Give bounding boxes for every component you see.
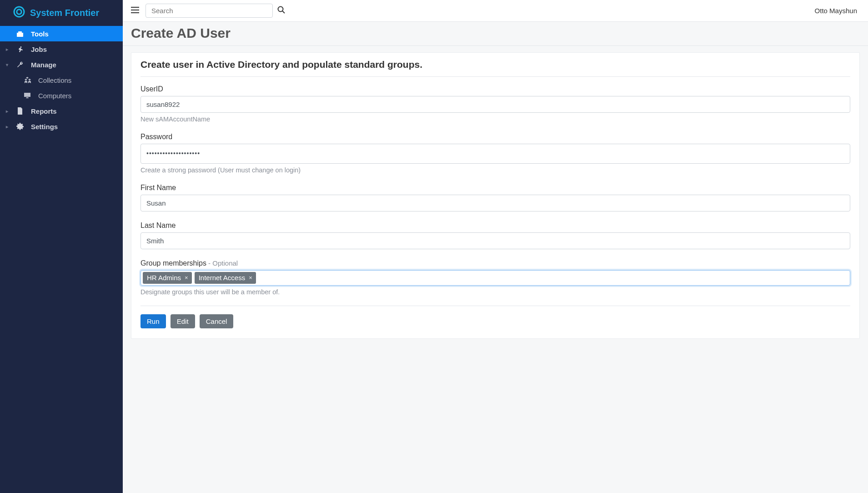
sidebar-item-jobs[interactable]: ▸ Jobs (0, 41, 123, 57)
chevron-right-icon: ▸ (5, 109, 9, 114)
page-title: Create AD User (131, 25, 860, 41)
group-tag: HR Admins × (143, 272, 192, 284)
cubes-icon (23, 77, 32, 83)
sidebar-item-manage[interactable]: ▾ Manage (0, 57, 123, 72)
userid-input[interactable] (140, 96, 850, 113)
sidebar: System Frontier ▶ Tools ▸ Jobs ▾ Manage (0, 0, 123, 493)
groups-label-text: Group memberships (140, 259, 206, 267)
divider (140, 306, 850, 306)
run-button[interactable]: Run (140, 314, 166, 328)
edit-button[interactable]: Edit (171, 314, 195, 328)
group-tag-label: Internet Access (199, 274, 246, 282)
sidebar-item-label: Tools (31, 30, 49, 38)
sidebar-item-reports[interactable]: ▸ Reports (0, 103, 123, 119)
first-name-input[interactable] (140, 195, 850, 211)
file-icon (15, 107, 25, 115)
groups-input[interactable]: HR Admins × Internet Access × (140, 270, 850, 286)
groups-help: Designate groups this user will be a mem… (140, 288, 850, 296)
sidebar-item-label: Computers (38, 92, 71, 100)
sidebar-item-label: Manage (31, 61, 56, 69)
page-subtitle: Create user in Active Directory and popu… (140, 59, 850, 75)
divider (140, 76, 850, 77)
desktop-icon (23, 92, 32, 99)
password-help: Create a strong password (User must chan… (140, 166, 850, 174)
topbar: Otto Mayshun (123, 0, 868, 22)
groups-optional-suffix: - Optional (206, 259, 238, 267)
sidebar-item-tools[interactable]: ▶ Tools (0, 26, 123, 41)
brand-name: System Frontier (30, 8, 99, 18)
field-first-name: First Name (140, 184, 850, 211)
field-last-name: Last Name (140, 221, 850, 249)
brand-logo-icon (13, 5, 25, 20)
userid-label: UserID (140, 85, 850, 93)
cancel-button[interactable]: Cancel (200, 314, 234, 328)
svg-point-0 (14, 7, 24, 17)
brand[interactable]: System Frontier (0, 0, 123, 26)
remove-tag-icon[interactable]: × (185, 274, 188, 281)
first-name-label: First Name (140, 184, 850, 192)
current-user-name[interactable]: Otto Mayshun (815, 7, 860, 15)
toolbox-icon (15, 30, 25, 37)
wrench-icon (15, 61, 25, 68)
group-tag: Internet Access × (195, 272, 256, 284)
field-group-memberships: Group memberships - Optional HR Admins ×… (140, 259, 850, 296)
form-actions: Run Edit Cancel (140, 314, 850, 328)
search-input[interactable] (146, 4, 273, 18)
group-tag-label: HR Admins (147, 274, 181, 282)
field-userid: UserID New sAMAccountName (140, 85, 850, 123)
last-name-input[interactable] (140, 232, 850, 249)
search-wrap (146, 4, 285, 18)
userid-help: New sAMAccountName (140, 116, 850, 123)
remove-tag-icon[interactable]: × (249, 274, 252, 281)
menu-toggle-icon[interactable] (131, 6, 139, 15)
svg-point-1 (17, 10, 21, 14)
search-button[interactable] (277, 6, 285, 16)
sidebar-item-label: Reports (31, 107, 57, 115)
svg-point-2 (278, 6, 283, 11)
running-icon (15, 45, 25, 53)
chevron-right-icon: ▸ (5, 47, 9, 52)
svg-line-3 (282, 11, 285, 13)
main: Otto Mayshun Create AD User Create user … (123, 0, 868, 493)
content: Create user in Active Directory and popu… (123, 46, 868, 357)
nav-list: ▶ Tools ▸ Jobs ▾ Manage Collections (0, 26, 123, 134)
page-title-bar: Create AD User (123, 22, 868, 46)
password-input[interactable] (140, 144, 850, 164)
sidebar-item-collections[interactable]: Collections (0, 72, 123, 88)
sidebar-item-settings[interactable]: ▸ Settings (0, 119, 123, 134)
gear-icon (15, 123, 25, 130)
sidebar-item-label: Settings (31, 123, 58, 131)
sidebar-item-label: Collections (38, 76, 71, 84)
form-card: Create user in Active Directory and popu… (131, 52, 860, 339)
sidebar-item-computers[interactable]: Computers (0, 88, 123, 103)
last-name-label: Last Name (140, 221, 850, 230)
chevron-down-icon: ▾ (5, 62, 9, 67)
field-password: Password Create a strong password (User … (140, 133, 850, 174)
search-icon (277, 7, 285, 15)
sidebar-item-label: Jobs (31, 45, 47, 53)
groups-label: Group memberships - Optional (140, 259, 850, 267)
chevron-right-icon: ▸ (5, 124, 9, 129)
password-label: Password (140, 133, 850, 141)
